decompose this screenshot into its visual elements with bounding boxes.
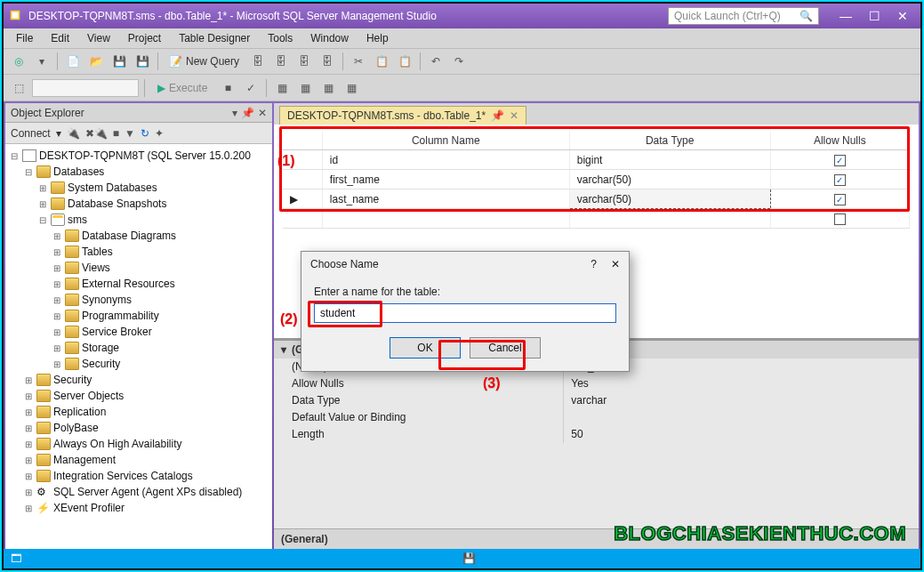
menu-file[interactable]: File xyxy=(9,30,40,46)
tb2-i3[interactable]: ▦ xyxy=(318,78,338,98)
document-tabs: DESKTOP-TQPNM8T.sms - dbo.Table_1* 📌 ✕ xyxy=(274,103,919,125)
refresh-icon[interactable]: ↻ xyxy=(141,127,149,140)
database-combo[interactable] xyxy=(32,79,139,97)
minimize-button[interactable]: — xyxy=(833,7,858,25)
stop-icon[interactable]: ■ xyxy=(218,78,237,98)
oe-tree[interactable]: ⊟DESKTOP-TQPNM8T (SQL Server 15.0.200 ⊟D… xyxy=(5,144,272,549)
status-save-icon: 💾 xyxy=(462,552,476,565)
choose-name-dialog: Choose Name ? ✕ Enter a name for the tab… xyxy=(301,251,630,372)
menu-table-designer[interactable]: Table Designer xyxy=(172,30,257,46)
prop-row[interactable]: Default Value or Binding xyxy=(274,409,919,426)
oe-close-icon[interactable]: ✕ xyxy=(258,107,267,119)
play-icon: ▶ xyxy=(157,82,165,94)
open-icon[interactable]: 📂 xyxy=(86,52,106,71)
menu-help[interactable]: Help xyxy=(359,30,396,46)
callout-2: (2) xyxy=(280,311,298,327)
menu-tools[interactable]: Tools xyxy=(261,30,300,46)
paste-icon[interactable]: 📋 xyxy=(395,52,414,71)
agent-icon: ⚙ xyxy=(36,486,51,498)
copy-icon[interactable]: 📋 xyxy=(372,52,391,71)
dialog-title: Choose Name xyxy=(310,258,379,270)
annotation-box-1 xyxy=(279,126,910,212)
redo-icon[interactable]: ↷ xyxy=(449,52,469,71)
new-query-icon: 📝 xyxy=(169,55,182,68)
new-query-button[interactable]: 📝 New Query xyxy=(164,53,245,69)
status-bar: 🗔 💾 xyxy=(4,549,920,568)
dialog-close-icon[interactable]: ✕ xyxy=(611,258,620,270)
ok-button[interactable]: OK xyxy=(390,337,461,359)
window-title: DESKTOP-TQPNM8T.sms - dbo.Table_1* - Mic… xyxy=(28,10,661,22)
menu-project[interactable]: Project xyxy=(121,30,168,46)
prop-row[interactable]: Data Typevarchar xyxy=(274,392,919,409)
callout-1: (1) xyxy=(277,153,295,169)
cut-icon[interactable]: ✂ xyxy=(349,52,368,71)
dialog-label: Enter a name for the table: xyxy=(314,286,616,298)
prop-row[interactable]: Length50 xyxy=(274,426,919,443)
tb-icon-4[interactable]: 🗄 xyxy=(317,52,337,71)
tb2-i2[interactable]: ▦ xyxy=(295,78,315,98)
save-icon[interactable]: 💾 xyxy=(109,52,129,71)
dropdown-icon[interactable]: ▾ xyxy=(32,52,52,71)
oe-dropdown-icon[interactable]: ▾ xyxy=(232,107,237,119)
object-explorer-panel: Object Explorer ▾ 📌 ✕ Connect ▾ 🔌 ✖🔌 ■ ▼… xyxy=(5,103,272,549)
sql-toolbar: ⬚ ▶ Execute ■ ✓ ▦ ▦ ▦ ▦ xyxy=(4,75,920,101)
window-titlebar: DESKTOP-TQPNM8T.sms - dbo.Table_1* - Mic… xyxy=(4,4,920,28)
close-button[interactable]: ✕ xyxy=(890,7,915,25)
menu-window[interactable]: Window xyxy=(303,30,356,46)
tb-icon-3[interactable]: 🗄 xyxy=(294,52,314,71)
undo-icon[interactable]: ↶ xyxy=(426,52,446,71)
table-name-input[interactable] xyxy=(314,303,616,323)
menu-bar: File Edit View Project Table Designer To… xyxy=(4,28,920,48)
filter-icon[interactable]: ▼ xyxy=(125,127,135,140)
save-all-icon[interactable]: 💾 xyxy=(133,52,152,71)
watermark: BLOGCHIASEKIENTHUC.COM xyxy=(614,522,906,545)
database-icon xyxy=(51,213,65,226)
tb2-icon-1[interactable]: ⬚ xyxy=(9,78,28,98)
menu-edit[interactable]: Edit xyxy=(44,30,76,46)
prop-row[interactable]: Allow NullsYes xyxy=(274,375,919,392)
collapse-icon[interactable]: ▾ xyxy=(281,343,286,356)
oe-pin-icon[interactable]: 📌 xyxy=(241,107,254,119)
tb2-i1[interactable]: ▦ xyxy=(272,78,292,98)
connector-icon[interactable]: 🔌 xyxy=(67,127,80,140)
tab-close-icon[interactable]: ✕ xyxy=(510,109,518,122)
pin-icon[interactable]: 📌 xyxy=(491,109,504,122)
active-tab[interactable]: DESKTOP-TQPNM8T.sms - dbo.Table_1* 📌 ✕ xyxy=(279,106,526,125)
tb2-i4[interactable]: ▦ xyxy=(341,78,361,98)
new-item-icon[interactable]: 📄 xyxy=(63,52,83,71)
maximize-button[interactable]: ☐ xyxy=(862,7,887,25)
disconnect-icon[interactable]: ✖🔌 xyxy=(85,127,108,140)
dialog-help-icon[interactable]: ? xyxy=(591,258,597,270)
menu-view[interactable]: View xyxy=(80,30,117,46)
xevent-icon: ⚡ xyxy=(36,502,51,514)
quick-launch-input[interactable]: Quick Launch (Ctrl+Q) 🔍 xyxy=(668,7,819,25)
parse-icon[interactable]: ✓ xyxy=(241,78,261,98)
app-icon xyxy=(9,9,21,24)
stop-filter-icon[interactable]: ■ xyxy=(113,127,119,140)
callout-3: (3) xyxy=(483,375,501,391)
tb-icon-2[interactable]: 🗄 xyxy=(271,52,291,71)
status-app-icon: 🗔 xyxy=(11,552,21,565)
cancel-button[interactable]: Cancel xyxy=(470,337,541,359)
execute-button[interactable]: ▶ Execute xyxy=(150,80,214,96)
nav-back-button[interactable]: ◎ xyxy=(9,52,28,71)
oe-more-icon[interactable]: ✦ xyxy=(155,127,164,140)
svg-rect-1 xyxy=(12,12,19,18)
connect-button[interactable]: Connect xyxy=(11,127,51,140)
oe-title: Object Explorer xyxy=(11,107,84,119)
tb-icon-1[interactable]: 🗄 xyxy=(248,52,268,71)
main-toolbar: ◎ ▾ 📄 📂 💾 💾 📝 New Query 🗄 🗄 🗄 🗄 ✂ 📋 📋 ↶ … xyxy=(4,48,920,75)
server-icon xyxy=(22,149,36,162)
folder-icon xyxy=(36,165,51,178)
search-icon: 🔍 xyxy=(799,10,813,22)
